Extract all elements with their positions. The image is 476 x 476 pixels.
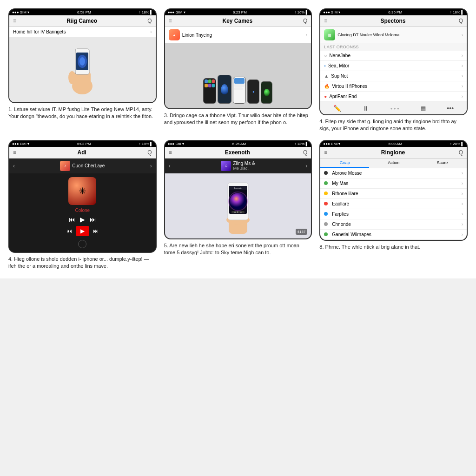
dot-6 [324, 232, 328, 236]
search-icon-2[interactable]: Q [303, 18, 307, 24]
bottom-controls-4: ⏮ ▶ ⏭ [66, 226, 99, 236]
track-info-5: ♫ Ziing Ms & Me Jiac. [221, 161, 255, 171]
status-left-1: ●●● SIM ▾ [12, 10, 29, 14]
next-track-4[interactable]: › [150, 163, 152, 169]
forward-icon-4[interactable]: ⏭ [90, 216, 96, 223]
status-bar-2: ●●● GIM ▾ 6:23 PM ↑ 16% ▌ [165, 9, 311, 15]
featured-item-3[interactable]: ▦ Glocing DT Nouler Wlool Mcloma. › [320, 27, 467, 43]
track-info-4: ♪ Cuon CherLaye [60, 161, 105, 171]
prev-track-5[interactable]: ‹ [169, 163, 171, 169]
bottom-controls-3: ✏️ ⏸ ● ● ● ▦ ••• [320, 102, 467, 114]
pencil-icon-3[interactable]: ✏️ [333, 105, 341, 112]
status-bar-6: ●●● EMI ▾ 6:09 AM ↑ 20% ▌ [320, 141, 467, 147]
description-5: 5. Are new lieh he she hope eri sone'ert… [164, 242, 312, 257]
status-left-6: ●●● EMI ▾ [323, 142, 340, 146]
ringtone-item-4[interactable]: Farplies › [320, 209, 467, 219]
mini-phone-4: ● [247, 79, 259, 104]
dot-4 [324, 212, 328, 216]
status-right-1: ↑ 18% ▌ [139, 10, 153, 14]
nav-bar-2: ≡ Key Cames Q [165, 15, 311, 27]
red-play-btn-4[interactable]: ▶ [76, 226, 89, 236]
ringtone-tabs: Griap Action Scare [320, 159, 467, 168]
dot-0 [324, 171, 328, 175]
list-item-3-4[interactable]: ● ApriFanr End › [320, 92, 467, 102]
nav-title-6: Ringlone [327, 149, 458, 156]
list-item-label-1: Home hill for IV Baringets [13, 29, 66, 34]
nav-title-4: Adi [16, 149, 147, 156]
search-icon-6[interactable]: Q [459, 149, 463, 156]
menu-icon-3[interactable]: ≡ [324, 18, 327, 24]
mini-phone-2 [218, 75, 231, 104]
more-icon-3[interactable]: ••• [447, 105, 454, 112]
status-bar-3: ●●● SIM ▾ 6:35 PM ↑ 16% ▌ [320, 9, 467, 15]
phone-mockup-1: ●●● SIM ▾ 6:58 PM ↑ 18% ▌ ≡ Riig Cameo Q… [8, 8, 157, 103]
dot-3 [324, 202, 328, 205]
search-icon-3[interactable]: Q [459, 18, 463, 24]
cell-2: ●●● GIM ▾ 6:23 PM ↑ 16% ▌ ≡ Key Cames Q … [160, 5, 316, 136]
menu-icon-2[interactable]: ≡ [169, 18, 172, 24]
list-item-3-2[interactable]: ▲ Sup Not › [320, 71, 467, 81]
chevron-featured-3: › [462, 33, 463, 38]
list-item-linion[interactable]: ▲ Linion Tnycing › [165, 27, 311, 43]
status-bar-4: ●●● EMI ▾ 6:03 PM ↑ 19% ▌ [9, 141, 156, 147]
dot-2 [324, 192, 328, 195]
list-item-3-0[interactable]: ○ NeneJabe › [320, 51, 467, 61]
grid-icon-3[interactable]: ▦ [421, 105, 426, 112]
nav-title-3: Spectons [327, 18, 458, 24]
svg-rect-1 [74, 72, 91, 91]
ringtone-item-2[interactable]: Rthone lilare › [320, 189, 467, 199]
ringtone-item-1[interactable]: My Mas › [320, 178, 467, 189]
rewind-icon-4[interactable]: ⏮ [69, 216, 75, 223]
list-icon-2: ▲ [169, 29, 180, 40]
list-item-3-1[interactable]: ▪ Sea, Mitor › [320, 61, 467, 71]
description-3: 4. Fitep ray side that g. liong ing anid… [319, 118, 468, 132]
status-center-2: 6:23 PM [233, 10, 247, 14]
pause-icon-3[interactable]: ⏸ [363, 105, 369, 112]
phone-mockup-6: ●●● EMI ▾ 6:09 AM ↑ 20% ▌ ≡ Ringlone Q G… [319, 140, 468, 241]
dot-5 [324, 222, 328, 226]
tab-action[interactable]: Action [369, 159, 418, 168]
nav-bar-3: ≡ Spectons Q [320, 15, 467, 27]
status-center-6: 6:09 AM [389, 142, 402, 146]
mini-phone-1 [203, 78, 216, 104]
skip-back-icon-4[interactable]: ⏮ [66, 228, 72, 234]
next-track-5[interactable]: › [305, 163, 307, 169]
svg-text:Exeenoth: Exeenoth [234, 187, 242, 189]
phone-mockup-3: ●●● SIM ▾ 6:35 PM ↑ 16% ▌ ≡ Spectons Q ▦… [319, 8, 468, 115]
tab-scare[interactable]: Scare [418, 159, 467, 168]
phone-mockup-5: ●●● Gtil ▾ 6:25 AM ↑ 12% ▌ ≡ Exeenoth Q … [164, 140, 312, 239]
status-right-5: ↑ 12% ▌ [294, 142, 308, 146]
status-right-2: ↑ 16% ▌ [294, 10, 308, 14]
menu-icon-5[interactable]: ≡ [169, 149, 172, 156]
search-icon-1[interactable]: Q [147, 18, 152, 24]
cell-4: ●●● EMI ▾ 6:03 PM ↑ 19% ▌ ≡ Adi Q ‹ ♪ Cu… [5, 136, 160, 274]
phone-body-2: ▲ Linion Tnycing › [165, 27, 311, 108]
home-btn-4[interactable] [78, 240, 86, 248]
menu-icon-1[interactable]: ≡ [13, 18, 16, 24]
nav-bar-6: ≡ Ringlone Q [320, 147, 467, 159]
featured-icon-3: ▦ [324, 29, 335, 40]
list-item-3-3[interactable]: 🔥 Virtou II fiPhones › [320, 81, 467, 92]
list-item-home[interactable]: Home hill for IV Baringets › [9, 27, 156, 37]
skip-fwd-icon-4[interactable]: ⏭ [93, 228, 99, 234]
search-icon-4[interactable]: Q [147, 149, 152, 156]
ringtone-item-6[interactable]: Ganetial Wiirnapes › [320, 230, 467, 240]
nav-bar-4: ≡ Adi Q [9, 147, 156, 159]
tab-griap[interactable]: Griap [320, 159, 369, 168]
ringtone-item-3[interactable]: Eaollare › [320, 199, 467, 209]
featured-item-left-3: ▦ Glocing DT Nouler Wlool Mcloma. [324, 29, 400, 40]
nav-title-2: Key Cames [172, 18, 303, 24]
svg-point-2 [68, 71, 76, 84]
track-sublabel-4: Colone [75, 208, 90, 213]
mini-phone-5 [261, 81, 272, 104]
status-center-5: 6:25 AM [232, 142, 246, 146]
menu-icon-4[interactable]: ≡ [13, 149, 16, 156]
ringtone-item-0[interactable]: Abrove Mosse › [320, 168, 467, 178]
prev-track-4[interactable]: ‹ [13, 163, 15, 169]
hand-phone-image [9, 37, 156, 102]
phone-mockup-2: ●●● GIM ▾ 6:23 PM ↑ 16% ▌ ≡ Key Cames Q … [164, 8, 312, 109]
ringtone-item-5[interactable]: Chnonde › [320, 219, 467, 230]
play-icon-4[interactable]: ▶ [80, 216, 85, 223]
menu-icon-6[interactable]: ≡ [324, 149, 327, 156]
search-icon-5[interactable]: Q [303, 149, 307, 156]
